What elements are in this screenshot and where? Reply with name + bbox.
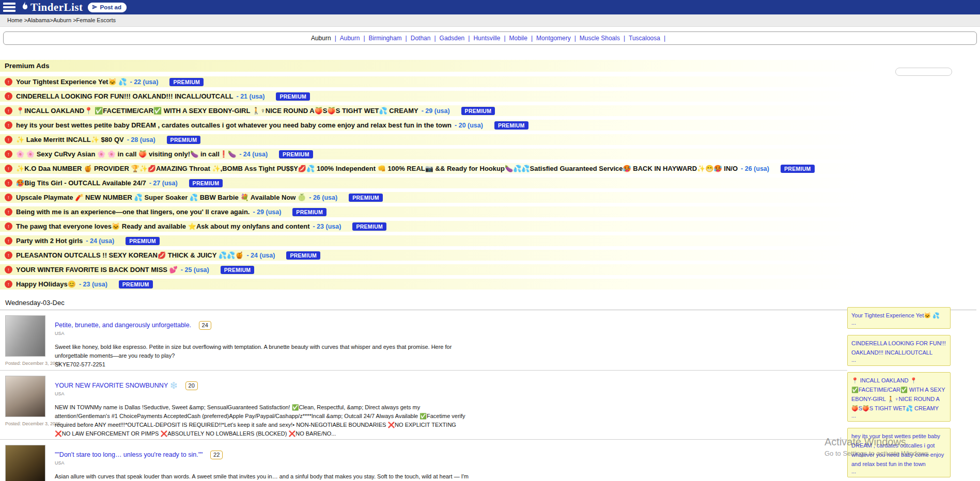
premium-ad-row[interactable]: ↑ Party with 2 Hot girls - 24 (usa) PREM…: [0, 235, 980, 246]
premium-ad-title: Happy HOlidays😊: [16, 280, 76, 288]
post-ad-button[interactable]: Post ad: [88, 3, 127, 12]
city-link[interactable]: Huntsville: [473, 35, 500, 42]
up-arrow-icon: ↑: [5, 251, 12, 259]
listing-title-link[interactable]: YOUR NEW FAVORITE SNOWBUNNY ❄️: [55, 382, 178, 389]
posted-date: Posted: December 3, 2025: [5, 421, 55, 426]
premium-ad-row[interactable]: ↑ The pawg that everyone loves🐱 Ready an…: [0, 221, 980, 232]
up-arrow-icon: ↑: [5, 179, 12, 187]
up-arrow-icon: ↑: [5, 194, 12, 201]
premium-ad-row[interactable]: ↑ PLEASANTON OUTCALLS !! SEXY KOREAN💋 TH…: [0, 250, 980, 261]
premium-badge: PREMIUM: [126, 237, 160, 245]
city-link[interactable]: Dothan: [411, 35, 431, 42]
premium-ad-row[interactable]: ↑ 📍INCALL OAKLAND📍 ✅FACETIME/CAR✅ WITH A…: [0, 105, 980, 116]
premium-ad-row[interactable]: ↑ Upscale Playmate 🧨 NEW NUMBER 💦 Super …: [0, 192, 980, 203]
up-arrow-icon: ↑: [5, 150, 12, 158]
city-link[interactable]: Montgomery: [536, 35, 571, 42]
premium-badge: PREMIUM: [169, 78, 204, 86]
sidebar-ad-title: Your Tightest Experience Yet🐱 💦: [851, 312, 940, 318]
city-link-item: Auburn|: [340, 35, 369, 42]
city-link[interactable]: Birmingham: [369, 35, 402, 42]
paper-plane-icon: [92, 4, 98, 11]
age-badge: 20: [185, 381, 198, 390]
sidebar-ad-more: ...: [851, 468, 946, 474]
age-badge: 22: [210, 451, 223, 459]
premium-ad-meta: - 24 (usa): [246, 252, 275, 259]
city-separator: |: [434, 35, 435, 42]
site-logo-text: TinderList: [30, 1, 83, 14]
hamburger-menu-icon[interactable]: [3, 3, 15, 12]
listing-thumbnail[interactable]: [5, 315, 45, 357]
premium-ad-title: The pawg that everyone loves🐱 Ready and …: [16, 222, 309, 230]
premium-ad-meta: - 23 (usa): [313, 223, 341, 230]
city-link[interactable]: Auburn: [311, 35, 331, 42]
city-separator: |: [624, 35, 625, 42]
listing-left-column: Posted: December 3, 2025: [5, 315, 55, 369]
premium-badge: PREMIUM: [349, 194, 383, 202]
listing-title-link[interactable]: ""Don't stare too long… unless you're re…: [55, 451, 203, 458]
up-arrow-icon: ↑: [5, 280, 12, 288]
sidebar-ad-more: ...: [851, 357, 946, 363]
age-badge: 24: [199, 321, 211, 330]
up-arrow-icon: ↑: [5, 107, 12, 115]
city-link[interactable]: Muscle Shoals: [580, 35, 620, 42]
listing-title-link[interactable]: Petite, brunette, and dangerously unforg…: [55, 322, 191, 329]
listings-feed: Wednesday-03-Dec Posted: December 3, 202…: [0, 297, 847, 481]
premium-badge: PREMIUM: [279, 150, 313, 158]
premium-ad-meta: - 26 (usa): [741, 165, 769, 172]
sidebar-ad-box[interactable]: Your Tightest Experience Yet🐱 💦 ...: [847, 307, 951, 329]
premium-ad-row[interactable]: ↑ CINDERELLA LOOKING FOR FUN!!! OAKLAND!…: [0, 91, 980, 102]
premium-badge: PREMIUM: [292, 208, 326, 216]
premium-ad-title: CINDERELLA LOOKING FOR FUN!!! OAKLAND!!!…: [16, 92, 234, 100]
premium-ad-title: Upscale Playmate 🧨 NEW NUMBER 💦 Super So…: [16, 194, 306, 201]
premium-ad-row[interactable]: ↑ ✨K.O Daa NUMBER 🍯 PROVIDER 🏆✨💋AMAZING …: [0, 163, 980, 174]
premium-sidebar: Your Tightest Experience Yet🐱 💦 ... CIND…: [847, 307, 951, 481]
listing-row: Posted: December 3, 2025 ""Don't stare t…: [0, 440, 847, 481]
premium-ad-meta: - 29 (usa): [422, 107, 450, 115]
city-link-item: Auburn|: [311, 35, 340, 42]
city-link[interactable]: Gadsden: [440, 35, 465, 42]
premium-ad-row[interactable]: ↑ 🌸 🌸 Sexy CuRvy Asian 🌸 🌸 in call 🍑 vis…: [0, 149, 980, 159]
site-logo[interactable]: TinderList: [21, 1, 83, 14]
up-arrow-icon: ↑: [5, 208, 12, 216]
listing-left-column: Posted: December 3, 2025: [5, 376, 55, 438]
listing-left-column: Posted: December 3, 2025: [5, 445, 55, 481]
listing-row: Posted: December 3, 2025 YOUR NEW FAVORI…: [0, 371, 847, 440]
breadcrumb[interactable]: Home >Alabama>Auburn >Female Escorts: [0, 14, 980, 27]
up-arrow-icon: ↑: [5, 92, 12, 100]
premium-ad-row[interactable]: ↑ YOUR WINTER FAVORITE IS BACK DONT MISS…: [0, 264, 980, 275]
premium-ads-list: ↑ Your Tightest Experience Yet🐱 💦 - 22 (…: [0, 76, 980, 290]
premium-ad-title: ✨K.O Daa NUMBER 🍯 PROVIDER 🏆✨💋AMAZING Th…: [16, 165, 738, 172]
city-link-item: Gadsden|: [440, 35, 474, 42]
city-separator: |: [406, 35, 407, 42]
listing-title-row: YOUR NEW FAVORITE SNOWBUNNY ❄️ 20: [55, 380, 473, 390]
listings-list: Posted: December 3, 2025 Petite, brunett…: [0, 310, 847, 481]
premium-ad-title: Your Tightest Experience Yet🐱 💦: [16, 78, 127, 86]
listing-body: YOUR NEW FAVORITE SNOWBUNNY ❄️ 20 USA NE…: [55, 376, 473, 438]
listing-title-row: Petite, brunette, and dangerously unforg…: [55, 320, 473, 330]
city-link[interactable]: Auburn: [340, 35, 360, 42]
premium-ad-row[interactable]: ↑ Your Tightest Experience Yet🐱 💦 - 22 (…: [0, 76, 980, 87]
city-link-item: Montgomery|: [536, 35, 580, 42]
premium-ad-row[interactable]: ↑ Being with me is an experience—one tha…: [0, 206, 980, 217]
premium-ad-row[interactable]: ↑ Happy HOlidays😊 - 23 (usa) PREMIUM: [0, 279, 980, 290]
sidebar-ad-box[interactable]: 📍 INCALL OAKLAND 📍 ✅FACETIME/CAR✅ WITH A…: [847, 372, 951, 422]
city-link[interactable]: Mobile: [509, 35, 527, 42]
premium-ad-meta: - 26 (usa): [309, 194, 337, 201]
top-right-widget[interactable]: [895, 68, 952, 76]
listing-thumbnail[interactable]: [5, 376, 45, 417]
sidebar-ad-more: ...: [851, 319, 946, 326]
premium-ad-row[interactable]: ↑ 🥵Big Tits Girl - OUTCALL Available 24/…: [0, 178, 980, 188]
premium-ad-row[interactable]: ↑ ✨ Lake Merritt INCALL✨ $80 QV - 28 (us…: [0, 134, 980, 145]
sidebar-ad-box[interactable]: CINDERELLA LOOKING FOR FUN!!! OAKLAND!!!…: [847, 335, 951, 366]
premium-ad-row[interactable]: ↑ hey its your best wettes petite baby D…: [0, 120, 980, 131]
premium-badge: PREMIUM: [352, 222, 386, 231]
sidebar-ad-box[interactable]: hey its your best wettes petite baby DRE…: [847, 428, 951, 477]
sidebar-ad-title: hey its your best wettes petite baby DRE…: [851, 433, 944, 467]
premium-badge: PREMIUM: [461, 107, 495, 115]
listing-thumbnail[interactable]: [5, 445, 45, 481]
up-arrow-icon: ↑: [5, 237, 12, 245]
city-link-item: Muscle Shoals|: [580, 35, 629, 42]
sidebar-ad-more: ...: [851, 412, 946, 419]
city-link[interactable]: Tuscaloosa: [629, 35, 660, 42]
listing-country: USA: [55, 391, 473, 396]
